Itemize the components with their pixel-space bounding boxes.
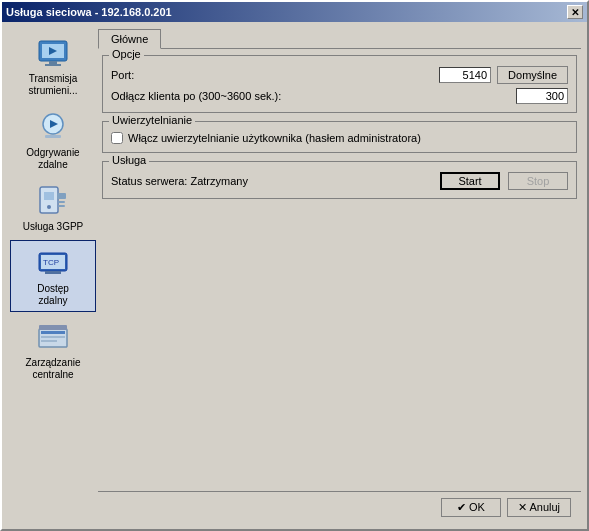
svg-rect-17 (45, 271, 61, 274)
sidebar-item-usluga3gpp[interactable]: Usługa 3GPP (10, 178, 96, 238)
svg-rect-12 (58, 201, 65, 203)
service-status-text: Status serwera: Zatrzymany (111, 175, 432, 187)
disconnect-input[interactable] (516, 88, 568, 104)
svg-rect-21 (41, 340, 57, 342)
stop-button[interactable]: Stop (508, 172, 568, 190)
svg-rect-4 (45, 64, 61, 66)
main-content: Główne Opcje Port: Domyślne Odłącz klien… (98, 28, 581, 523)
footer: ✔ OK ✕ Anuluj (98, 491, 581, 523)
ok-button[interactable]: ✔ OK (441, 498, 501, 517)
transmisja-icon (35, 35, 71, 71)
sidebar-item-zarzadzanie[interactable]: Zarządzaniecentralne (10, 314, 96, 386)
odgrywanie-label: Odgrywaniezdalne (26, 147, 79, 171)
sidebar: Transmisjastrumieni... Odgrywaniezdalne (8, 28, 98, 523)
cancel-button[interactable]: ✕ Anuluj (507, 498, 571, 517)
window-body: Transmisjastrumieni... Odgrywaniezdalne (2, 22, 587, 529)
disconnect-label: Odłącz klienta po (300~3600 sek.): (111, 90, 281, 102)
service-legend: Usługa (109, 154, 149, 166)
auth-checkbox[interactable] (111, 132, 123, 144)
options-group: Opcje Port: Domyślne Odłącz klienta po (… (102, 55, 577, 113)
options-legend: Opcje (109, 48, 144, 60)
auth-checkbox-label: Włącz uwierzytelnianie użytkownika (hasł… (128, 132, 421, 144)
tab-glowne[interactable]: Główne (98, 29, 161, 49)
default-button[interactable]: Domyślne (497, 66, 568, 84)
cancel-label: Anuluj (529, 501, 560, 513)
svg-rect-20 (41, 336, 65, 338)
port-label: Port: (111, 69, 134, 81)
service-group: Usługa Status serwera: Zatrzymany Start … (102, 161, 577, 199)
svg-rect-3 (49, 61, 57, 64)
start-button[interactable]: Start (440, 172, 500, 190)
sidebar-item-transmisja[interactable]: Transmisjastrumieni... (10, 30, 96, 102)
main-window: Usługa sieciowa - 192.168.0.201 ✕ Transm… (0, 0, 589, 531)
service-status-row: Status serwera: Zatrzymany Start Stop (111, 172, 568, 190)
dostep-label: Dostępzdalny (37, 283, 69, 307)
sidebar-item-dostep[interactable]: TCP Dostępzdalny (10, 240, 96, 312)
usluga3gpp-label: Usługa 3GPP (23, 221, 84, 233)
port-row: Port: Domyślne (111, 66, 568, 84)
svg-rect-7 (45, 135, 61, 138)
svg-rect-11 (57, 193, 66, 199)
odgrywanie-icon (35, 109, 71, 145)
transmisja-label: Transmisjastrumieni... (29, 73, 78, 97)
auth-legend: Uwierzytelnianie (109, 114, 195, 126)
sidebar-item-odgrywanie[interactable]: Odgrywaniezdalne (10, 104, 96, 176)
cancel-icon: ✕ (518, 501, 527, 513)
disconnect-row: Odłącz klienta po (300~3600 sek.): (111, 88, 568, 104)
svg-rect-19 (41, 331, 65, 334)
titlebar: Usługa sieciowa - 192.168.0.201 ✕ (2, 2, 587, 22)
svg-text:TCP: TCP (43, 258, 59, 267)
ok-icon: ✔ (457, 501, 466, 513)
svg-rect-22 (39, 325, 67, 330)
svg-point-10 (47, 205, 51, 209)
zarzadzanie-icon (35, 319, 71, 355)
auth-group: Uwierzytelnianie Włącz uwierzytelnianie … (102, 121, 577, 153)
ok-label: OK (469, 501, 485, 513)
close-button[interactable]: ✕ (567, 5, 583, 19)
window-title: Usługa sieciowa - 192.168.0.201 (6, 6, 172, 18)
dostep-icon: TCP (35, 245, 71, 281)
zarzadzanie-label: Zarządzaniecentralne (25, 357, 80, 381)
svg-rect-9 (44, 192, 54, 200)
svg-rect-13 (58, 205, 65, 207)
usluga3gpp-icon (35, 183, 71, 219)
port-input[interactable] (439, 67, 491, 83)
titlebar-title: Usługa sieciowa - 192.168.0.201 (6, 6, 172, 18)
tabs: Główne (98, 28, 581, 49)
auth-checkbox-row: Włącz uwierzytelnianie użytkownika (hasł… (111, 132, 568, 144)
